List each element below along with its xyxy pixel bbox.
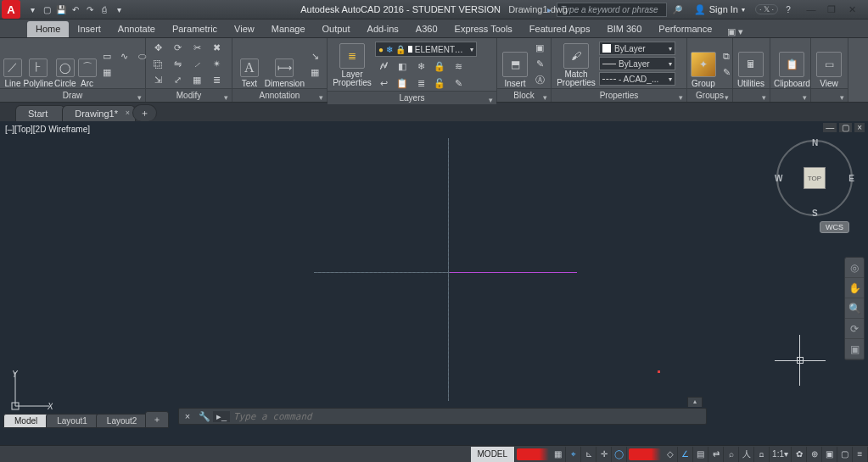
cmd-history-icon[interactable]: ▴ [687,397,703,407]
clipboard-button[interactable]: 📋Clipboard [774,41,810,88]
panel-draw-title[interactable]: Draw▾ [0,88,145,102]
view-cube[interactable]: TOP N S E W [776,140,853,216]
tab-home[interactable]: Home [27,21,69,37]
cmd-close-icon[interactable]: × [179,411,196,421]
array-icon[interactable]: ▦ [188,73,205,88]
tab-insert[interactable]: Insert [69,21,109,37]
move-icon[interactable]: ✥ [149,41,166,56]
panel-groups-title[interactable]: Groups▾ [687,88,732,102]
viewport-minimize-icon[interactable]: — [823,123,837,132]
status-workspace-icon[interactable]: ✿ [792,447,807,462]
tab-output[interactable]: Output [314,21,359,37]
group-edit-icon[interactable]: ✎ [718,64,735,80]
edit-block-icon[interactable]: ✎ [531,57,548,72]
offset-icon[interactable]: ≣ [208,73,225,88]
status-model-button[interactable]: MODEL [471,447,516,462]
nav-pan-icon[interactable]: ✋ [845,278,864,298]
scale-icon[interactable]: ⤢ [169,73,186,88]
ungroup-icon[interactable]: ⧉ [718,48,735,64]
tab-featured[interactable]: Featured Apps [521,21,599,37]
layout2-tab[interactable]: Layout2 [96,414,148,428]
erase-icon[interactable]: ✖ [208,41,225,56]
model-tab[interactable]: Model [3,414,48,428]
polyline-button[interactable]: ⺊Polyline [24,41,53,88]
status-hardware-icon[interactable]: ⊕ [807,447,822,462]
mirror-icon[interactable]: ⇋ [169,57,186,72]
status-scale-button[interactable]: 1:1 ▾ [770,447,792,462]
linetype-combo[interactable]: - ACAD_...▾ [599,72,675,86]
layer-unlock-icon[interactable]: 🔓 [431,75,448,91]
search-trigger-icon[interactable]: ▸ [546,5,553,14]
status-osnap-icon[interactable]: ◇ [663,447,678,462]
layer-iso-icon[interactable]: ◧ [394,58,411,74]
nav-zoom-icon[interactable]: 🔍 [845,298,864,319]
compass-s[interactable]: S [812,209,818,218]
layer-walk-icon[interactable]: ≣ [412,75,429,91]
lineweight-combo[interactable]: ByLayer▾ [599,57,675,70]
help-icon[interactable]: ? [781,3,795,16]
status-ortho-icon[interactable]: ⊾ [581,447,596,462]
status-customize-icon[interactable]: ≡ [853,447,868,462]
tab-view[interactable]: View [226,21,263,37]
tab-express[interactable]: Express Tools [446,21,521,37]
panel-modify-title[interactable]: Modify▾ [146,88,232,102]
tab-a360[interactable]: A360 [407,21,446,37]
panel-clipboard-title[interactable]: ▾ [770,88,810,102]
copy-icon[interactable]: ⿻ [149,57,166,72]
color-combo[interactable]: ByLayer▾ [599,42,675,55]
layer-freeze-icon[interactable]: ❄ [412,58,429,74]
status-annovis-icon[interactable]: ⩍ [754,447,770,462]
panel-properties-title[interactable]: Properties▾ [552,88,686,102]
insert-button[interactable]: ⬒Insert [501,41,529,88]
qat-new-icon[interactable]: ▾ [25,3,39,16]
tab-parametric[interactable]: Parametric [164,21,226,37]
viewport-label[interactable]: [–][Top][2D Wireframe] [5,125,90,134]
compass-n[interactable]: N [812,138,818,148]
status-isolate-icon[interactable]: ▣ [822,447,837,462]
close-button[interactable]: ✕ [846,3,858,15]
viewport-maximize-icon[interactable]: ▢ [839,123,852,132]
stretch-icon[interactable]: ⇲ [149,73,166,88]
group-button[interactable]: ✦Group [691,41,716,88]
status-isodraft-icon[interactable]: ◯ [612,447,627,462]
layer-off-icon[interactable]: 🗲 [375,58,392,74]
sign-in-button[interactable]: 👤 Sign In ▾ [687,4,752,15]
compass-e[interactable]: E [848,174,854,183]
hatch-icon[interactable]: ▦ [98,64,115,80]
layer-make-icon[interactable]: ✎ [450,75,467,91]
status-annomonitor-icon[interactable]: 人 [739,447,754,462]
ribbon-minimize-icon[interactable]: ▣ ▾ [727,26,743,37]
file-tab-new[interactable]: ＋ [132,104,157,121]
arc-button[interactable]: ⌒Arc [78,41,97,88]
file-tab-start[interactable]: Start [15,105,65,121]
trim-icon[interactable]: ✂ [188,41,205,56]
qat-open-icon[interactable]: ▢ [40,3,53,16]
qat-save-icon[interactable]: 💾 [54,3,68,16]
create-block-icon[interactable]: ▣ [531,41,548,56]
panel-layers-title[interactable]: Layers▾ [328,91,496,104]
search-go-icon[interactable]: 🔎 [670,3,684,16]
tab-addins[interactable]: Add-ins [359,21,407,37]
layer-state-icon[interactable]: 📋 [394,75,411,91]
tab-performance[interactable]: Performance [650,21,720,37]
layer-prev-icon[interactable]: ↩ [375,75,392,91]
dimension-button[interactable]: ⟼Dimension [265,41,305,88]
attr-icon[interactable]: Ⓐ [531,73,548,88]
line-button[interactable]: ／Line [3,41,22,88]
tab-manage[interactable]: Manage [263,21,314,37]
qat-undo-icon[interactable]: ↶ [69,3,82,16]
panel-annotation-title[interactable]: Annotation▾ [232,88,327,102]
compass-w[interactable]: W [775,174,782,183]
qat-print-icon[interactable]: ⎙ [98,3,111,16]
status-lwt-icon[interactable]: ∠ [678,447,693,462]
nav-wheel-icon[interactable]: ◎ [845,258,864,278]
status-cycling-icon[interactable]: ⇄ [708,447,724,462]
status-cleanscreen-icon[interactable]: ▢ [837,447,853,462]
viewport-close-icon[interactable]: × [854,123,865,132]
qat-redo-icon[interactable]: ↷ [83,3,97,16]
cmd-customize-icon[interactable]: 🔧 [196,411,213,422]
app-menu-button[interactable]: A [2,0,20,19]
status-polar-icon[interactable]: ✛ [596,447,612,462]
text-button[interactable]: AText [236,41,263,88]
panel-utilities-title[interactable]: ▾ [733,88,770,102]
